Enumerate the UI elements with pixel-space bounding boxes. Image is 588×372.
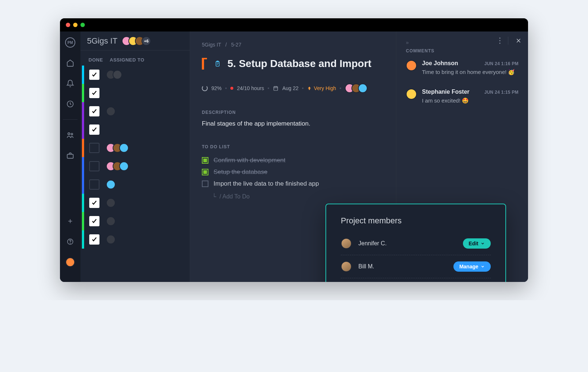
close-window-button[interactable] [66,23,70,27]
task-row[interactable] [82,230,190,249]
briefcase-icon[interactable] [65,150,75,161]
task-meta: 92% 24/10 hours Aug 22 Very High [202,83,384,93]
task-row[interactable] [82,102,190,120]
task-checkbox[interactable] [89,234,99,245]
column-assigned: ASSIGNED TO [110,57,144,63]
column-headers: DONE ASSIGNED TO [80,51,190,66]
more-icon[interactable] [499,37,501,44]
clock-icon[interactable] [65,99,75,109]
task-checkbox[interactable] [89,88,99,98]
task-stripe [82,102,84,120]
minimize-window-button[interactable] [73,23,78,27]
task-row[interactable] [82,157,190,175]
help-icon[interactable] [65,237,75,247]
member-row: Adrian D. Collaborate [341,280,491,282]
header-actions [499,37,521,45]
member-role-select[interactable]: Manage [453,261,491,272]
svg-point-2 [71,133,73,135]
todo-item[interactable]: Import the live data to the finished app [202,178,384,190]
task-checkbox[interactable] [89,106,99,116]
description-label: DESCRIPTION [202,110,384,115]
task-checkbox[interactable] [89,161,99,171]
task-checkbox[interactable] [89,143,99,153]
bell-icon[interactable] [65,78,75,89]
avatar-overflow-badge[interactable]: +6 [142,36,151,46]
home-icon[interactable] [65,58,75,68]
calendar-icon [273,85,279,91]
task-list-pane: 5Gigs IT +6 DONE ASSIGNED TO [80,31,190,282]
maximize-window-button[interactable] [80,23,85,27]
svg-point-5 [70,243,71,243]
member-row: Bill M. Manage [341,257,491,276]
task-stripe [82,139,84,157]
people-icon[interactable] [65,130,75,140]
todo-checkbox[interactable] [202,169,208,175]
task-due: Aug 22 [282,85,298,91]
task-row[interactable] [82,139,190,157]
comments-list: Joe Johnson JUN 24 1:16 PM Time to bring… [406,60,519,104]
progress-icon [202,85,208,91]
sidebar-divider [63,119,78,120]
todo-label: Setup the database [214,168,267,176]
todo-checkbox[interactable] [202,181,208,187]
current-user-avatar[interactable] [65,257,75,267]
comment-avatar [406,89,417,100]
member-role-select[interactable]: Edit [463,238,491,249]
task-row[interactable] [82,194,190,212]
todo-label: TO DO LIST [202,144,384,149]
task-assignees [106,180,116,189]
task-accent-bar [202,58,204,70]
task-row[interactable] [82,84,190,102]
app-logo[interactable]: PM [65,37,75,48]
task-hours: 24/10 hours [237,85,264,91]
svg-point-1 [68,133,70,135]
task-checkbox[interactable] [89,216,99,226]
task-stripe [82,194,84,212]
titlebar [60,18,528,31]
task-assignees [106,107,116,116]
task-assignees [106,70,122,79]
task-assignees [106,161,129,171]
add-todo-button[interactable]: └ / Add To Do [212,193,384,200]
breadcrumb[interactable]: 5Gigs IT / 5-27 [202,42,384,48]
todo-item[interactable]: Setup the database [202,166,384,178]
task-assignees[interactable] [345,83,368,93]
task-checkbox[interactable] [89,179,99,190]
task-assignees [106,198,116,208]
task-checkbox[interactable] [89,70,99,80]
task-row[interactable] [82,120,190,139]
task-checkbox[interactable] [89,124,99,135]
task-assignees [106,143,129,153]
todo-label: Confirm with development [214,157,286,164]
task-checkbox[interactable] [89,198,99,208]
comment-time: JUN 24 1:16 PM [484,61,519,66]
task-row[interactable] [82,66,190,84]
add-icon[interactable] [65,216,75,226]
close-icon[interactable] [516,38,521,44]
task-assignees [106,216,116,226]
task-stripe [82,84,84,102]
todo-list: Confirm with development Setup the datab… [202,155,384,190]
project-avatars[interactable]: +6 [122,36,151,46]
comment-author: Stephanie Foster [422,89,470,95]
comment-text: Time to bring it on home everyone! 🥳 [422,69,519,75]
svg-point-9 [500,38,501,39]
chevron-down-icon [480,264,485,269]
comment-time: JUN 24 1:15 PM [484,90,519,95]
member-avatar [341,238,352,249]
project-title: 5Gigs IT [87,36,117,46]
task-list[interactable] [80,66,190,249]
arrow-up-icon [307,86,312,90]
members-title: Project members [341,216,491,226]
todo-item[interactable]: Confirm with development [202,155,384,166]
todo-checkbox[interactable] [202,157,208,164]
svg-rect-3 [67,154,74,158]
task-row[interactable] [82,212,190,230]
comment: Stephanie Foster JUN 24 1:15 PM I am so … [406,89,519,104]
project-members-popup: Project members Jennifer C. Edit Bill M.… [325,204,506,282]
task-row[interactable] [82,175,190,194]
member-name: Bill M. [358,263,374,270]
divider [341,255,491,255]
task-title: 5. Setup Database and Import [227,58,372,70]
comment-author: Joe Johnson [422,60,458,67]
